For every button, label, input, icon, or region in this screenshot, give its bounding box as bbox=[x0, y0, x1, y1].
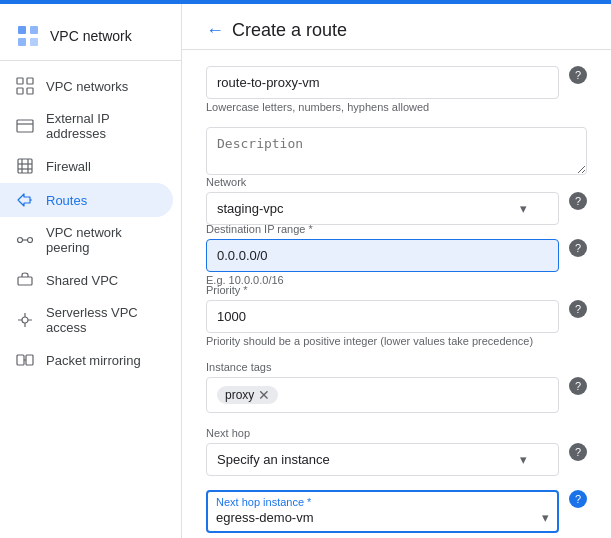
sidebar: VPC network VPC networks External IP add… bbox=[0, 4, 182, 538]
svg-rect-6 bbox=[17, 88, 23, 94]
instance-tags-field: Instance tags proxy ✕ ? bbox=[206, 361, 587, 413]
vpc-peering-icon bbox=[16, 231, 34, 249]
svg-rect-21 bbox=[17, 355, 24, 365]
firewall-icon bbox=[16, 157, 34, 175]
svg-rect-8 bbox=[17, 120, 33, 132]
next-hop-instance-row: Next hop instance * egress-demo-vm ▾ ? bbox=[206, 490, 587, 533]
sidebar-item-vpc-peering[interactable]: VPC network peering bbox=[0, 217, 173, 263]
destination-ip-field: Destination IP range * ? E.g. 10.0.0.0/1… bbox=[206, 239, 587, 286]
next-hop-instance-label: Next hop instance * bbox=[216, 496, 549, 508]
sidebar-title: VPC network bbox=[50, 28, 132, 44]
sidebar-item-label-firewall: Firewall bbox=[46, 159, 91, 174]
sidebar-item-serverless-vpc[interactable]: Serverless VPC access bbox=[0, 297, 173, 343]
next-hop-help-icon[interactable]: ? bbox=[569, 443, 587, 461]
destination-input[interactable] bbox=[206, 239, 559, 272]
priority-hint: Priority should be a positive integer (l… bbox=[206, 335, 587, 347]
external-ip-icon bbox=[16, 117, 34, 135]
vpc-logo-icon bbox=[16, 24, 40, 48]
sidebar-item-vpc-networks[interactable]: VPC networks bbox=[0, 69, 173, 103]
priority-label: Priority * bbox=[206, 284, 248, 296]
next-hop-instance-field: Next hop instance * egress-demo-vm ▾ ? bbox=[206, 490, 587, 533]
svg-rect-5 bbox=[27, 78, 33, 84]
sidebar-item-label-packet-mirroring: Packet mirroring bbox=[46, 353, 141, 368]
next-hop-instance-help-icon[interactable]: ? bbox=[569, 490, 587, 508]
description-field bbox=[206, 127, 587, 178]
tag-remove-icon[interactable]: ✕ bbox=[258, 388, 270, 402]
instance-tags-help-icon[interactable]: ? bbox=[569, 377, 587, 395]
name-input[interactable] bbox=[206, 66, 559, 99]
svg-rect-1 bbox=[30, 26, 38, 34]
next-hop-select[interactable]: Specify an instance bbox=[206, 443, 559, 476]
sidebar-item-label-vpc-peering: VPC network peering bbox=[46, 225, 157, 255]
priority-field: Priority * ? Priority should be a positi… bbox=[206, 300, 587, 347]
svg-rect-2 bbox=[18, 38, 26, 46]
name-field: ? Lowercase letters, numbers, hyphens al… bbox=[206, 66, 587, 113]
sidebar-item-label-vpc-networks: VPC networks bbox=[46, 79, 128, 94]
destination-help-icon[interactable]: ? bbox=[569, 239, 587, 257]
sidebar-item-shared-vpc[interactable]: Shared VPC bbox=[0, 263, 173, 297]
svg-rect-7 bbox=[27, 88, 33, 94]
form-container: ? Lowercase letters, numbers, hyphens al… bbox=[182, 50, 611, 538]
sidebar-header: VPC network bbox=[0, 12, 181, 61]
top-bar bbox=[0, 0, 611, 4]
description-input[interactable] bbox=[206, 127, 587, 175]
packet-mirroring-icon bbox=[16, 351, 34, 369]
next-hop-instance-arrow-icon: ▾ bbox=[542, 510, 549, 525]
instance-tags-label: Instance tags bbox=[206, 361, 587, 373]
destination-label: Destination IP range * bbox=[206, 223, 313, 235]
instance-tags-row: proxy ✕ ? bbox=[206, 377, 587, 413]
svg-rect-3 bbox=[30, 38, 38, 46]
sidebar-item-packet-mirroring[interactable]: Packet mirroring bbox=[0, 343, 173, 377]
name-hint: Lowercase letters, numbers, hyphens allo… bbox=[206, 101, 587, 113]
priority-input[interactable] bbox=[206, 300, 559, 333]
sidebar-item-external-ip[interactable]: External IP addresses bbox=[0, 103, 173, 149]
sidebar-item-label-external-ip: External IP addresses bbox=[46, 111, 157, 141]
next-hop-field: Next hop Specify an instance ▾ ? bbox=[206, 427, 587, 476]
tag-label: proxy bbox=[225, 388, 254, 402]
tag-proxy: proxy ✕ bbox=[217, 386, 278, 404]
sidebar-item-label-serverless-vpc: Serverless VPC access bbox=[46, 305, 157, 335]
vpc-networks-icon bbox=[16, 77, 34, 95]
back-button[interactable]: ← bbox=[206, 20, 224, 41]
destination-row: Destination IP range * ? bbox=[206, 239, 587, 272]
network-row: Network staging-vpc ▾ ? bbox=[206, 192, 587, 225]
priority-row: Priority * ? bbox=[206, 300, 587, 333]
network-help-icon[interactable]: ? bbox=[569, 192, 587, 210]
svg-rect-22 bbox=[26, 355, 33, 365]
routes-icon bbox=[16, 191, 34, 209]
next-hop-row: Specify an instance ▾ ? bbox=[206, 443, 587, 476]
sidebar-item-routes[interactable]: Routes bbox=[0, 183, 173, 217]
svg-rect-4 bbox=[17, 78, 23, 84]
sidebar-item-label-routes: Routes bbox=[46, 193, 87, 208]
tags-container[interactable]: proxy ✕ bbox=[206, 377, 559, 413]
serverless-vpc-icon bbox=[16, 311, 34, 329]
svg-point-20 bbox=[22, 317, 28, 323]
main-content: ← Create a route ? Lowercase letters, nu… bbox=[182, 4, 611, 538]
shared-vpc-icon bbox=[16, 271, 34, 289]
sidebar-item-label-shared-vpc: Shared VPC bbox=[46, 273, 118, 288]
svg-point-16 bbox=[18, 238, 23, 243]
name-help-icon[interactable]: ? bbox=[569, 66, 587, 84]
next-hop-instance-select[interactable]: egress-demo-vm bbox=[216, 508, 542, 527]
svg-point-17 bbox=[28, 238, 33, 243]
name-row: ? bbox=[206, 66, 587, 99]
page-title: Create a route bbox=[232, 20, 347, 41]
destination-hint: E.g. 10.0.0.0/16 bbox=[206, 274, 587, 286]
svg-rect-19 bbox=[18, 277, 32, 285]
next-hop-label: Next hop bbox=[206, 427, 587, 439]
svg-rect-10 bbox=[18, 159, 32, 173]
svg-rect-0 bbox=[18, 26, 26, 34]
network-label: Network bbox=[206, 176, 246, 188]
network-field: Network staging-vpc ▾ ? bbox=[206, 192, 587, 225]
sidebar-item-firewall[interactable]: Firewall bbox=[0, 149, 173, 183]
main-header: ← Create a route bbox=[182, 4, 611, 50]
priority-help-icon[interactable]: ? bbox=[569, 300, 587, 318]
network-select[interactable]: staging-vpc bbox=[206, 192, 559, 225]
